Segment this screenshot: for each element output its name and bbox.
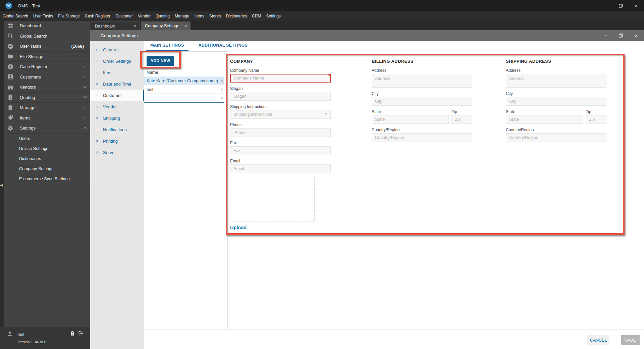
cancel-button[interactable]: CANCEL [587, 335, 609, 345]
shipping-country-input[interactable] [506, 133, 606, 142]
inner-minimize-button[interactable] [598, 30, 613, 41]
sidebar-item-cash-register[interactable]: $ Cash Register [4, 62, 90, 72]
menu-settings[interactable]: Settings [266, 14, 280, 18]
settings-nav-customer[interactable]: ○Customer [90, 90, 144, 101]
slogan-input[interactable] [230, 92, 331, 101]
menu-crm[interactable]: CRM [252, 14, 261, 18]
sidebar-subitem-company-settings[interactable]: Company Settings [4, 164, 90, 174]
chevron-down-icon[interactable] [83, 95, 87, 98]
menu-stores[interactable]: Stores [209, 14, 221, 18]
billing-address-input[interactable] [372, 74, 472, 88]
close-icon: × [635, 33, 638, 39]
sidebar-item-user-tasks[interactable]: User Tasks (1068) [4, 41, 90, 52]
save-button[interactable]: SAVE [621, 335, 640, 345]
close-button[interactable]: × [629, 0, 644, 11]
menu-manage[interactable]: Manage [175, 14, 189, 18]
tab-dashboard[interactable]: Dashboard × [91, 21, 140, 30]
chevron-up-icon[interactable] [83, 127, 87, 131]
restore-button[interactable] [613, 0, 629, 11]
billing-country-input[interactable] [372, 133, 472, 142]
menu-customer[interactable]: Customer [115, 14, 133, 18]
billing-section-title: BILLING ADDRESS [372, 59, 472, 64]
menu-cash-register[interactable]: Cash Register [85, 14, 110, 18]
shipping-state-input[interactable] [506, 115, 583, 124]
settings-nav-date-and-time[interactable]: =Date and Time [90, 78, 144, 90]
sidebar-collapse-arrow[interactable]: ◀ [0, 183, 3, 187]
user-avatar-icon [7, 331, 13, 337]
shipping-address-input[interactable] [506, 74, 606, 88]
menu-global-search[interactable]: Global Search [3, 14, 28, 18]
billing-zip-input[interactable] [451, 115, 472, 124]
sidebar-item-settings[interactable]: Settings [4, 123, 90, 134]
user-tasks-count-badge: (1068) [71, 44, 84, 49]
billing-city-input[interactable] [372, 97, 472, 106]
upload-link[interactable]: Upload [230, 225, 247, 230]
settings-nav-shipping[interactable]: =Shipping [90, 112, 144, 124]
shipping-state-zip-labels: State Zip [506, 109, 606, 115]
shipping-zip-label: Zip [586, 109, 606, 114]
list-item-test[interactable]: test × [144, 85, 224, 94]
shipping-instructions-input[interactable] [230, 110, 331, 119]
chevron-down-icon[interactable] [83, 115, 87, 119]
sidebar-subitem-users[interactable]: Users [4, 134, 90, 144]
chevron-down-icon[interactable] [83, 64, 87, 67]
circle-icon: ○ [95, 70, 100, 74]
sidebar-item-global-search[interactable]: Global Search [4, 31, 90, 42]
inner-restore-button[interactable] [613, 30, 629, 41]
lock-icon[interactable] [70, 331, 75, 336]
logo-upload-dropzone[interactable] [230, 177, 315, 221]
sidebar-item-dashboard[interactable]: Dashboard [4, 21, 90, 31]
sidebar-item-quoting[interactable]: ? Quoting [4, 93, 90, 103]
chevron-down-icon[interactable] [83, 105, 87, 108]
fax-input[interactable] [230, 146, 331, 155]
email-input[interactable] [230, 164, 331, 173]
chevron-down-icon[interactable] [83, 84, 87, 88]
chevron-down-icon[interactable] [83, 74, 87, 78]
settings-nav-notifications[interactable]: =Notifications [90, 124, 144, 135]
tab-label: Dashboard [95, 24, 115, 29]
tab-main-settings[interactable]: MAIN SETTINGS [146, 43, 189, 51]
delete-row-icon[interactable]: × [220, 86, 224, 93]
settings-nav-vendor[interactable]: ○Vendor [90, 101, 144, 112]
equals-icon: = [95, 82, 100, 86]
billing-state-input[interactable] [372, 115, 449, 124]
circle-icon: ○ [95, 59, 100, 63]
settings-nav-order-settings[interactable]: ○Order Settings [90, 55, 144, 67]
shipping-instructions-dropdown[interactable]: ▼ [230, 110, 331, 119]
shipping-zip-input[interactable] [586, 115, 606, 124]
gear-icon [7, 125, 13, 131]
settings-nav-server[interactable]: ◇Server [90, 147, 144, 158]
settings-nav-item[interactable]: ○Item [90, 67, 144, 78]
menu-user-tasks[interactable]: User Tasks [33, 14, 53, 18]
sidebar-item-manage[interactable]: Manage [4, 103, 90, 113]
list-item-new-empty[interactable]: × [144, 94, 224, 103]
tab-additional-settings[interactable]: ADDITIONAL SETTINGS [194, 43, 252, 51]
sidebar-subitem-device-settings[interactable]: Device Settings [4, 144, 90, 154]
minimize-button[interactable] [598, 0, 613, 11]
delete-row-icon[interactable]: × [220, 95, 224, 102]
sidebar-item-vendors[interactable]: Vendors [4, 82, 90, 93]
menu-quoting[interactable]: Quoting [156, 14, 170, 18]
settings-nav-general[interactable]: ◇General [90, 44, 144, 55]
tab-close-icon[interactable]: × [133, 23, 136, 29]
settings-nav-printing[interactable]: =Printing [90, 135, 144, 147]
sidebar-item-file-storage[interactable]: File Storage [4, 52, 90, 62]
list-item-kate-kare[interactable]: Kate Kare (Customer Company name) × [144, 77, 224, 85]
sidebar-subitem-dictionaries[interactable]: Dictionaries [4, 154, 90, 164]
tab-company-settings[interactable]: Company Settings × [141, 21, 191, 30]
sidebar-subitem-ecommerce-sync[interactable]: E-commerce Sync Settings [4, 174, 90, 184]
phone-input[interactable] [230, 128, 331, 137]
sidebar-item-items[interactable]: Items [4, 113, 90, 123]
menu-vendor[interactable]: Vendor [138, 14, 151, 18]
inner-close-button[interactable]: × [629, 30, 644, 41]
tab-close-icon[interactable]: × [184, 23, 187, 29]
menu-file-storage[interactable]: File Storage [58, 14, 80, 18]
menu-items[interactable]: Items [194, 14, 204, 18]
company-name-input[interactable] [230, 74, 331, 83]
logout-icon[interactable] [77, 331, 84, 336]
menu-dictionaries[interactable]: Dictionaries [226, 14, 247, 18]
sidebar-item-customers[interactable]: Customers [4, 72, 90, 83]
delete-row-icon[interactable]: × [220, 78, 224, 84]
shipping-city-input[interactable] [506, 97, 606, 106]
add-new-button[interactable]: ADD NEW [147, 56, 174, 66]
